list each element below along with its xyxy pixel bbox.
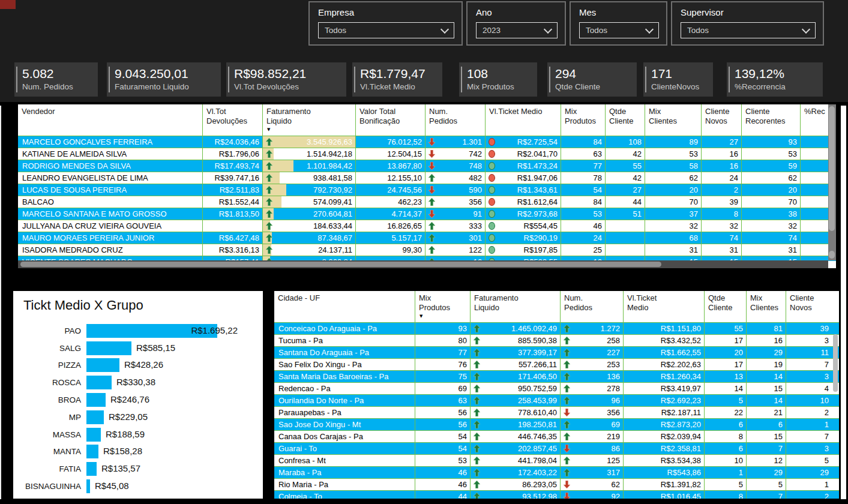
chart-bar[interactable] xyxy=(86,445,98,458)
vertical-scroll-cap[interactable] xyxy=(829,251,835,259)
faturamento-cell: 3.545.926,63 xyxy=(263,136,356,148)
status-dot-red xyxy=(489,198,495,206)
city-name-cell: Sao Felix Do Xingu - Pa xyxy=(274,359,415,370)
status-dot-green xyxy=(489,210,495,218)
city-row[interactable]: Rio Maria - Pa4686.293,0562R$1.391,82551 xyxy=(274,479,839,491)
vendor-row[interactable]: ISADORA MEDRADO CRUZR$3.316,1324.137,119… xyxy=(18,244,836,256)
faturamento-value: 1.514.942,18 xyxy=(307,149,352,158)
vendor-vertical-scrollbar[interactable] xyxy=(828,104,836,260)
vendor-row[interactable]: MAURO MORAES PEREIRA JUNIORR$6.427,4887.… xyxy=(18,232,836,244)
chart-bar[interactable] xyxy=(86,358,119,372)
vendor-row[interactable]: LUCAS DE SOUSA PEREIRAR$2.511,83792.730,… xyxy=(18,184,836,196)
city-table-body: Conceicao Do Araguaia - Pa931.465.092,49… xyxy=(274,323,839,499)
slicer-dropdown-empresa[interactable]: Todos xyxy=(318,22,454,38)
vendor-row[interactable]: RODRIGO MENDES DA SILVAR$17.493,741.101.… xyxy=(18,160,836,172)
vendor-row[interactable]: JULLYANA DA CRUZ VIEIRA GOUVEIA184.633,4… xyxy=(18,220,836,232)
city-row[interactable]: Parauapebas - Pa56778.610,40356R$2.187,1… xyxy=(274,407,839,419)
column-header[interactable]: ClienteRecorentes xyxy=(742,104,801,136)
column-header[interactable]: Num.Pedidos xyxy=(561,291,624,322)
column-header[interactable]: Vendedor xyxy=(18,104,203,136)
qtde-cliente-cell: 10 xyxy=(705,455,747,466)
trend-up-icon xyxy=(429,222,435,230)
city-row[interactable]: Sao Jose Do Xingu - Mt56198.250,8169R$2.… xyxy=(274,419,839,431)
column-header[interactable]: ClienteNovos xyxy=(702,104,742,136)
chart-bar[interactable] xyxy=(86,341,131,355)
city-row[interactable]: Santa Maria Das Baroeiras - Pa75171.406,… xyxy=(274,371,839,383)
city-vertical-scroll-thumb[interactable] xyxy=(833,334,838,392)
slicer-dropdown-mes[interactable]: Todos xyxy=(579,22,659,38)
chart-bar[interactable] xyxy=(86,376,112,389)
mix-clientes-cell: 68 xyxy=(645,232,702,244)
faturamento-value: 778.610,40 xyxy=(518,408,557,417)
mix-clientes-cell: 20 xyxy=(645,184,702,196)
mix-produtos-cell: 54 xyxy=(415,443,471,454)
ticket-medio-value: R$2.041,70 xyxy=(517,149,558,158)
city-row[interactable]: Ourilandia Do Norte - Pa63258.453,9996R$… xyxy=(274,395,839,407)
pedidos-cell: 122 xyxy=(426,244,486,256)
city-row[interactable]: Colmeia - To4493.512,9892R$1.016,45872 xyxy=(274,491,839,499)
column-header[interactable]: FaturamentoLiquido▼ xyxy=(263,104,356,136)
column-header-label: Produtos xyxy=(419,303,466,313)
column-header[interactable]: MixClientes xyxy=(645,104,702,136)
vendor-horizontal-scrollbar[interactable] xyxy=(18,260,828,268)
city-name-cell: Confresa - Mt xyxy=(274,455,415,466)
trend-down-icon xyxy=(429,186,435,194)
pedidos-value: 86 xyxy=(612,444,620,453)
column-header-label: Bonificação xyxy=(359,116,421,126)
chart-bar[interactable] xyxy=(86,410,104,424)
mix-produtos-cell: 54 xyxy=(415,431,471,442)
column-header[interactable]: Vl.Ticket Medio xyxy=(486,104,561,136)
column-header[interactable]: MixProdutos▼ xyxy=(415,291,471,322)
vendor-row[interactable]: LEANDRO EVANGELISTA DE LIMAR$39.747,1693… xyxy=(18,172,836,184)
column-header[interactable]: MixProdutos xyxy=(561,104,606,136)
column-header[interactable]: Vl.TotDevoluções xyxy=(203,104,263,136)
vendor-name-cell: JULLYANA DA CRUZ VIEIRA GOUVEIA xyxy=(18,220,203,232)
chart-bar[interactable] xyxy=(86,462,97,476)
chart-bar[interactable] xyxy=(86,428,101,442)
city-row[interactable]: Sao Felix Do Xingu - Pa76557.266,11253R$… xyxy=(274,359,839,371)
slicer-dropdown-ano[interactable]: 2023 xyxy=(476,22,558,38)
status-dot-green xyxy=(489,186,495,194)
vendor-row[interactable]: MARCELO SANTANA E MATO GROSSOR$1.813,502… xyxy=(18,208,836,220)
city-row[interactable]: Conceicao Do Araguaia - Pa931.465.092,49… xyxy=(274,323,839,335)
vendor-row[interactable]: KATIANE DE ALMEIDA SILVAR$1.796,061.514.… xyxy=(18,148,836,160)
column-header[interactable]: MixClientes xyxy=(747,291,786,322)
slicer-selected-value: 2023 xyxy=(483,26,501,35)
slicer-dropdown-supervisor[interactable]: Todos xyxy=(681,22,816,38)
city-row[interactable]: Maraba - Pa46172.403,22317R$543,8612929 xyxy=(274,467,839,479)
city-row[interactable]: Canaa Dos Carajas - Pa54446.746,35219R$2… xyxy=(274,431,839,443)
status-dot-red xyxy=(489,138,495,146)
chart-value-label: R$330,38 xyxy=(116,377,155,387)
mix-clientes-cell: 37 xyxy=(645,208,702,220)
corner-logo-fragment xyxy=(0,0,16,9)
trend-down-icon xyxy=(429,150,435,158)
faturamento-value: 171.406,50 xyxy=(518,372,557,381)
vertical-scroll-thumb[interactable] xyxy=(829,106,835,231)
city-name-cell: Redencao - Pa xyxy=(274,383,415,394)
city-row[interactable]: Redencao - Pa69950.752,59278R$3.419,9714… xyxy=(274,383,839,395)
city-row[interactable]: Santana Do Araguaia - Pa77377.399,17227R… xyxy=(274,347,839,359)
city-row[interactable]: Tucuma - Pa80885.590,38258R$3.432,521716… xyxy=(274,335,839,347)
vendor-table-panel: VendedorVl.TotDevoluçõesFaturamentoLiqui… xyxy=(17,103,837,269)
chart-bar[interactable] xyxy=(86,479,90,493)
devolucoes-cell: R$3.316,13 xyxy=(203,244,263,256)
faturamento-value: 202.857,45 xyxy=(518,444,557,453)
trend-up-icon xyxy=(474,421,480,428)
column-header[interactable]: QtdeCliente xyxy=(606,104,645,136)
chart-bar[interactable] xyxy=(86,393,106,407)
slicer-title: Empresa xyxy=(318,7,454,18)
column-header[interactable]: Num.Pedidos xyxy=(426,104,486,136)
column-header[interactable]: QtdeCliente xyxy=(705,291,747,322)
column-header[interactable]: ClienteNovos xyxy=(786,291,832,322)
column-header[interactable]: Vl.TicketMedio xyxy=(624,291,705,322)
cliente-novos-cell: 10 xyxy=(786,395,832,406)
vendor-row[interactable]: BALCAOR$1.552,44574.099,41462,23356R$1.6… xyxy=(18,196,836,208)
city-row[interactable]: Guarai - To54202.857,4586R$2.358,81673 xyxy=(274,443,839,455)
column-header[interactable]: Valor TotalBonificação xyxy=(356,104,426,136)
column-header[interactable]: FaturamentoLiquido xyxy=(471,291,561,322)
vendor-row[interactable]: MARCELO GONCALVES FERREIRAR$24.036,463.5… xyxy=(18,136,836,148)
horizontal-scroll-thumb[interactable] xyxy=(20,262,661,267)
pedidos-cell: 69 xyxy=(561,419,624,430)
city-row[interactable]: Confresa - Mt53441.798,04125R$3.534,3810… xyxy=(274,455,839,467)
column-header[interactable]: Cidade - UF xyxy=(274,291,415,322)
